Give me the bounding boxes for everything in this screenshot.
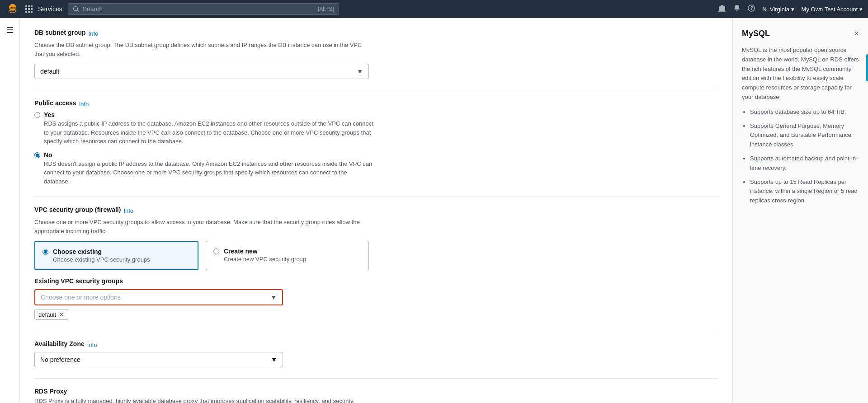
hamburger-icon[interactable]: ☰ [6, 25, 14, 35]
existing-vpc-groups-label: Existing VPC security groups [34, 277, 123, 285]
svg-rect-13 [721, 5, 723, 7]
search-input[interactable] [83, 5, 314, 13]
search-bar[interactable]: [Alt+S] [68, 3, 339, 15]
db-subnet-group-value: default [40, 68, 59, 75]
svg-rect-2 [28, 5, 30, 7]
availability-zone-label: Availability Zone [34, 340, 85, 347]
aws-logo[interactable]: aws [5, 2, 20, 16]
public-access-radio-group: Yes RDS assigns a public IP address to t… [34, 111, 718, 186]
choose-existing-desc: Choose existing VPC security groups [53, 256, 150, 263]
default-tag: default ✕ [34, 309, 68, 320]
svg-point-10 [73, 7, 77, 11]
vpc-security-group-card-group: Choose existing Choose existing VPC secu… [34, 241, 369, 270]
services-nav-link[interactable]: Services [38, 5, 62, 13]
svg-text:aws: aws [10, 5, 16, 9]
divider-1 [34, 90, 718, 90]
panel-body: MySQL is the most popular open source da… [742, 46, 859, 206]
svg-rect-8 [28, 11, 30, 13]
db-subnet-group-info-link[interactable]: Info [89, 30, 99, 37]
create-new-label[interactable]: Create new [224, 248, 258, 255]
db-subnet-group-section: DB subnet group Info Choose the DB subne… [34, 29, 718, 79]
db-subnet-group-description: Choose the DB subnet group. The DB subne… [34, 41, 369, 58]
public-access-no-desc: RDS doesn't assign a public IP address t… [44, 159, 374, 186]
sidebar-toggle: ☰ [0, 18, 20, 403]
create-new-desc: Create new VPC security group [224, 256, 306, 262]
panel-feature-4: Supports up to 15 Read Replicas per inst… [750, 178, 859, 206]
rds-proxy-section: RDS Proxy RDS Proxy is a fully managed, … [34, 388, 718, 403]
panel-title: MySQL [742, 29, 770, 38]
divider-2 [34, 197, 718, 197]
availability-zone-value: No preference [40, 356, 80, 363]
top-navigation: aws Services [Alt+S] [0, 0, 868, 18]
panel-close-button[interactable]: × [854, 29, 859, 38]
grid-icon[interactable] [25, 5, 33, 13]
vpc-security-group-label: VPC security group (firewall) [34, 206, 121, 213]
public-access-yes-radio[interactable] [34, 112, 40, 118]
svg-rect-12 [719, 6, 725, 11]
account-selector[interactable]: My Own Test Account [802, 6, 863, 13]
svg-text:?: ? [750, 6, 753, 11]
page-wrapper: ☰ DB subnet group Info Choose the DB sub… [0, 18, 868, 403]
existing-vpc-groups-tags: default ✕ [34, 305, 718, 320]
public-access-yes-option: Yes RDS assigns a public IP address to t… [34, 111, 718, 146]
help-icon[interactable]: ? [748, 5, 755, 14]
nav-right: ? N. Virginia My Own Test Account [718, 5, 863, 14]
choose-existing-card[interactable]: Choose existing Choose existing VPC secu… [34, 241, 198, 270]
svg-rect-5 [28, 8, 30, 10]
existing-vpc-groups-placeholder: Choose one or more options [41, 294, 121, 301]
public-access-label: Public access [34, 99, 76, 107]
region-selector[interactable]: N. Virginia [762, 6, 794, 13]
availability-zone-section: Availability Zone Info No preference ▼ [34, 340, 718, 367]
svg-rect-7 [25, 11, 27, 13]
public-access-no-label[interactable]: No [44, 151, 52, 159]
default-tag-value: default [38, 311, 56, 318]
create-new-card[interactable]: Create new Create new VPC security group [206, 241, 369, 270]
panel-feature-1: Supports database size up to 64 TiB. [750, 108, 859, 117]
main-content: DB subnet group Info Choose the DB subne… [20, 18, 732, 403]
svg-rect-3 [31, 5, 33, 7]
divider-3 [34, 331, 718, 331]
svg-line-11 [77, 10, 79, 12]
create-new-radio[interactable] [213, 248, 219, 254]
cloud-icon[interactable] [718, 5, 726, 14]
existing-vpc-groups-select[interactable]: Choose one or more options ▼ [34, 289, 283, 305]
existing-vpc-groups-container: Existing VPC security groups Choose one … [34, 277, 718, 320]
default-tag-remove[interactable]: ✕ [59, 311, 64, 318]
divider-4 [34, 378, 718, 379]
svg-rect-4 [25, 8, 27, 10]
right-panel: MySQL × MySQL is the most popular open s… [732, 18, 868, 403]
vpc-security-group-section: VPC security group (firewall) Info Choos… [34, 206, 718, 320]
public-access-no-option: No RDS doesn't assign a public IP addres… [34, 151, 718, 186]
availability-zone-select[interactable]: No preference ▼ [34, 352, 283, 367]
choose-existing-label[interactable]: Choose existing [53, 248, 102, 255]
public-access-no-radio[interactable] [34, 152, 40, 158]
vpc-security-group-info-link[interactable]: Info [123, 207, 133, 214]
db-subnet-group-arrow: ▼ [357, 68, 363, 75]
bell-icon[interactable] [733, 5, 741, 14]
public-access-yes-label[interactable]: Yes [44, 111, 55, 118]
public-access-yes-desc: RDS assigns a public IP address to the d… [44, 119, 374, 146]
rds-proxy-description: RDS Proxy is a fully managed, highly ava… [34, 397, 369, 403]
public-access-info-link[interactable]: Info [79, 101, 89, 108]
search-shortcut: [Alt+S] [318, 6, 334, 12]
rds-proxy-label: RDS Proxy [34, 388, 67, 395]
panel-features-list: Supports database size up to 64 TiB. Sup… [742, 108, 859, 206]
panel-description: MySQL is the most popular open source da… [742, 46, 859, 102]
db-subnet-group-select[interactable]: default ▼ [34, 64, 369, 79]
existing-vpc-groups-arrow: ▼ [270, 294, 277, 301]
svg-rect-6 [31, 8, 33, 10]
availability-zone-info-link[interactable]: Info [87, 342, 97, 348]
svg-rect-1 [25, 5, 27, 7]
svg-rect-9 [31, 11, 33, 13]
choose-existing-radio[interactable] [42, 249, 48, 255]
public-access-section: Public access Info Yes RDS assigns a pub… [34, 99, 718, 186]
panel-feature-3: Supports automated backup and point-in-t… [750, 154, 859, 173]
availability-zone-arrow: ▼ [271, 356, 277, 363]
panel-header: MySQL × [742, 29, 859, 38]
db-subnet-group-label: DB subnet group [34, 29, 86, 36]
vpc-security-group-description: Choose one or more VPC security groups t… [34, 218, 369, 235]
panel-feature-2: Supports General Purpose, Memory Optimiz… [750, 122, 859, 150]
panel-scrollbar [866, 54, 868, 81]
